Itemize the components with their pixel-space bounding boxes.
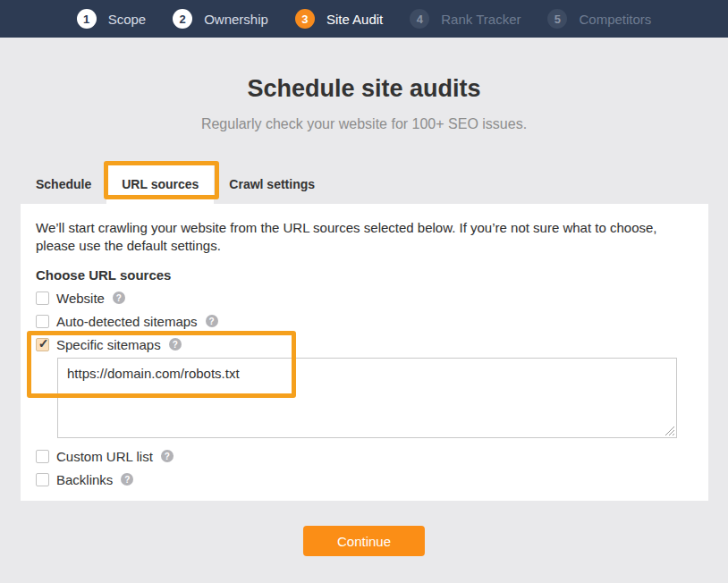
step-number-badge: 3	[295, 9, 315, 29]
wizard-steps: 1 Scope 2 Ownership 3 Site Audit 4 Rank …	[77, 9, 652, 29]
page-subtitle: Regularly check your website for 100+ SE…	[0, 116, 728, 132]
option-row-custom-url-list: Custom URL list ?	[36, 449, 174, 463]
help-icon[interactable]: ?	[206, 315, 218, 327]
settings-tabs: Schedule URL sources Crawl settings	[21, 165, 330, 204]
option-row-backlinks: Backlinks ?	[36, 472, 133, 486]
choose-url-sources-heading: Choose URL sources	[36, 267, 171, 283]
step-label: Ownership	[204, 12, 268, 27]
specific-sitemaps-textarea[interactable]: https://domain.com/robots.txt	[57, 358, 677, 438]
tab-url-sources[interactable]: URL sources	[106, 165, 214, 204]
specific-sitemaps-checkbox[interactable]: ✓	[36, 338, 49, 351]
specific-sitemaps-label[interactable]: Specific sitemaps	[56, 337, 161, 352]
option-row-auto-detected-sitemaps: Auto-detected sitemaps ?	[36, 314, 218, 328]
custom-url-list-checkbox[interactable]	[36, 450, 49, 463]
step-label: Rank Tracker	[441, 12, 521, 27]
step-ownership[interactable]: 2 Ownership	[173, 9, 268, 29]
resize-handle-icon[interactable]	[665, 426, 675, 436]
option-row-website: Website ?	[36, 291, 125, 305]
tab-schedule[interactable]: Schedule	[21, 165, 106, 204]
step-label: Scope	[108, 12, 147, 27]
auto-detected-sitemaps-label[interactable]: Auto-detected sitemaps	[56, 314, 198, 329]
help-icon[interactable]: ?	[121, 473, 133, 486]
step-scope[interactable]: 1 Scope	[77, 9, 147, 29]
page-title: Schedule site audits	[0, 75, 728, 103]
url-sources-panel: We’ll start crawling your website from t…	[21, 204, 708, 501]
custom-url-list-label[interactable]: Custom URL list	[56, 449, 153, 464]
help-icon[interactable]: ?	[161, 450, 174, 462]
checkmark-icon: ✓	[38, 336, 49, 351]
step-label: Competitors	[579, 12, 651, 27]
backlinks-checkbox[interactable]	[36, 473, 49, 486]
wizard-stepper-bar: 1 Scope 2 Ownership 3 Site Audit 4 Rank …	[0, 0, 728, 38]
continue-button[interactable]: Continue	[303, 526, 425, 556]
tab-crawl-settings[interactable]: Crawl settings	[214, 165, 330, 204]
website-checkbox[interactable]	[36, 292, 49, 305]
option-row-specific-sitemaps: ✓ Specific sitemaps ?	[36, 337, 182, 351]
step-label: Site Audit	[326, 12, 383, 27]
backlinks-label[interactable]: Backlinks	[56, 472, 113, 487]
step-rank-tracker[interactable]: 4 Rank Tracker	[410, 9, 521, 29]
panel-intro-text: We’ll start crawling your website from t…	[36, 219, 699, 255]
step-site-audit[interactable]: 3 Site Audit	[295, 9, 383, 29]
help-icon[interactable]: ?	[169, 338, 182, 351]
step-competitors[interactable]: 5 Competitors	[547, 9, 651, 29]
website-label[interactable]: Website	[56, 291, 105, 306]
specific-sitemaps-input-wrap: https://domain.com/robots.txt	[57, 358, 677, 438]
step-number-badge: 4	[410, 9, 429, 29]
step-number-badge: 1	[77, 9, 97, 29]
step-number-badge: 2	[173, 9, 192, 29]
auto-detected-sitemaps-checkbox[interactable]	[36, 315, 49, 328]
step-number-badge: 5	[547, 9, 567, 29]
help-icon[interactable]: ?	[113, 292, 125, 304]
